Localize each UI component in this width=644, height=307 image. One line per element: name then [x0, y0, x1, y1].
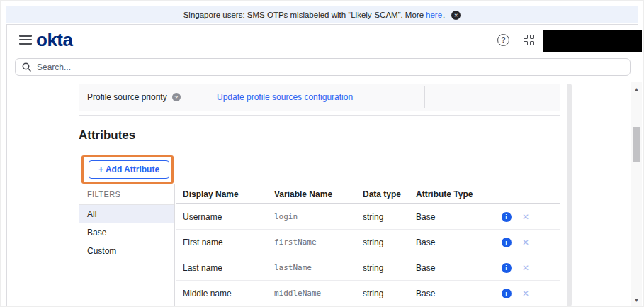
scroll-down-arrow-icon[interactable] [631, 295, 642, 305]
cell-data-type: string [363, 212, 416, 222]
filter-item-custom[interactable]: Custom [79, 242, 174, 260]
cell-data-type: string [363, 238, 416, 247]
search-bar[interactable] [15, 58, 631, 76]
search-input[interactable] [35, 62, 623, 73]
apps-grid-icon[interactable] [524, 35, 534, 45]
info-icon[interactable] [502, 289, 512, 298]
attributes-table-body: Username login string Base First name fi… [176, 204, 560, 306]
cell-display-name: Username [176, 212, 274, 222]
okta-admin-page: Singapore users: SMS OTPs mislabeled wit… [0, 0, 644, 307]
cell-attribute-type: Base [416, 289, 497, 298]
column-attribute-type: Attribute Type [416, 189, 497, 199]
remove-icon[interactable] [522, 289, 529, 298]
table-row: Middle name middleName string Base [176, 281, 560, 306]
banner-close-icon[interactable] [451, 11, 461, 20]
scroll-up-arrow-icon[interactable] [631, 84, 642, 94]
cell-display-name: Last name [176, 263, 274, 273]
notification-banner: Singapore users: SMS OTPs mislabeled wit… [6, 6, 638, 23]
cell-variable-name: firstName [274, 238, 363, 247]
highlight-annotation-box [81, 155, 174, 184]
info-icon[interactable] [502, 212, 512, 222]
cell-display-name: First name [176, 238, 274, 247]
okta-logo: okta [36, 29, 72, 51]
filter-item-base[interactable]: Base [79, 223, 174, 242]
cell-attribute-type: Base [416, 212, 497, 222]
table-row: Last name lastName string Base [176, 255, 560, 281]
update-profile-sources-link[interactable]: Update profile sources configuration [217, 92, 353, 102]
banner-message: Singapore users: SMS OTPs mislabeled wit… [183, 11, 424, 19]
inner-pane-scrollbar[interactable] [567, 84, 572, 306]
table-row: First name firstName string Base [176, 230, 560, 255]
page-title: Attributes [79, 128, 135, 143]
table-row: Username login string Base [176, 204, 560, 230]
search-icon [22, 62, 31, 72]
filters-sidebar: FILTERS All Base Custom [79, 184, 175, 306]
cell-variable-name: middleName [274, 289, 363, 298]
remove-icon[interactable] [522, 263, 529, 273]
column-variable-name: Variable Name [274, 189, 363, 199]
cell-variable-name: login [274, 212, 363, 221]
column-data-type: Data type [363, 189, 416, 199]
divider [424, 86, 425, 108]
filters-label: FILTERS [79, 184, 174, 205]
cell-data-type: string [363, 289, 416, 298]
profile-source-help-icon[interactable] [172, 93, 181, 101]
scrollbar-thumb[interactable] [633, 127, 640, 162]
cell-variable-name: lastName [274, 263, 363, 272]
banner-link[interactable]: here [426, 11, 442, 19]
cell-attribute-type: Base [416, 238, 497, 247]
menu-hamburger-icon[interactable] [19, 35, 32, 45]
help-icon[interactable] [497, 34, 509, 46]
info-icon[interactable] [502, 263, 512, 273]
vertical-scrollbar[interactable] [631, 82, 642, 306]
cell-display-name: Middle name [176, 289, 274, 298]
column-display-name: Display Name [176, 189, 274, 199]
profile-source-priority-label: Profile source priority [87, 92, 181, 102]
filter-item-all[interactable]: All [79, 205, 174, 223]
table-header-row: Display Name Variable Name Data type Att… [176, 184, 560, 204]
cell-attribute-type: Base [416, 263, 497, 273]
info-icon[interactable] [502, 238, 512, 247]
cell-data-type: string [363, 263, 416, 273]
account-redacted-block [543, 30, 642, 52]
section-divider [79, 115, 560, 116]
remove-icon[interactable] [522, 212, 529, 222]
profile-source-priority-row: Profile source priority Update profile s… [79, 84, 560, 111]
banner-suffix: . [443, 11, 445, 19]
remove-icon[interactable] [522, 238, 529, 247]
profile-source-priority-text: Profile source priority [87, 92, 167, 102]
